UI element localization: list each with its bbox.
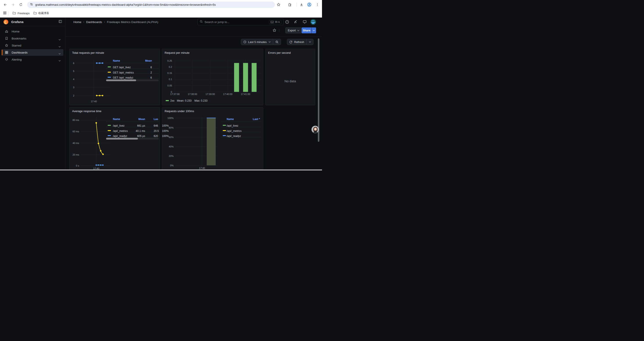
series-color-pill[interactable] bbox=[223, 125, 226, 126]
floating-assistant-avatar[interactable] bbox=[312, 126, 319, 133]
series-color-pill[interactable] bbox=[108, 77, 111, 78]
bookmark-folder[interactable]: 收藏博客 bbox=[32, 11, 51, 16]
chevron-down-icon[interactable] bbox=[58, 59, 61, 60]
sidebar-item-dashboards[interactable]: Dashboards bbox=[2, 49, 63, 56]
svg-text:4: 4 bbox=[73, 78, 74, 81]
export-button[interactable]: Export bbox=[286, 28, 302, 33]
bookmark-star-icon[interactable] bbox=[276, 2, 281, 7]
browser-menu-icon[interactable] bbox=[315, 2, 320, 7]
series-last-value: 100% bbox=[162, 135, 169, 138]
legend-scrollbar-thumb[interactable] bbox=[106, 80, 136, 81]
panel-avg-response-time: Average response time80 ms60 ms40 ms20 m… bbox=[69, 107, 160, 171]
zoom-out-button[interactable] bbox=[273, 39, 281, 45]
site-settings-icon[interactable] bbox=[30, 3, 33, 7]
legend-column-name: Name bbox=[113, 59, 120, 62]
svg-text:Max: 0.233: Max: 0.233 bbox=[194, 99, 208, 102]
keyboard-icon bbox=[270, 21, 274, 23]
refresh-interval-button[interactable] bbox=[307, 39, 313, 45]
favorite-star-icon[interactable] bbox=[272, 28, 276, 32]
browser-toolbar: grafana.mathmast.com/d/deytv4rwavabkb/fr… bbox=[0, 0, 322, 9]
breadcrumb-separator: › bbox=[104, 21, 105, 24]
chevron-down-icon[interactable] bbox=[58, 52, 61, 53]
url-text: grafana.mathmast.com/d/deytv4rwavabkb/fr… bbox=[35, 3, 216, 6]
chevron-down-icon[interactable] bbox=[58, 45, 61, 46]
bell-icon bbox=[5, 58, 8, 61]
svg-text:2xx: 2xx bbox=[170, 99, 174, 102]
sidebar-item-label: Alerting bbox=[12, 58, 22, 61]
series-last-value: 100% bbox=[162, 124, 169, 127]
sidebar: Grafana HomeBookmarksStarredDashboardsAl… bbox=[0, 18, 65, 171]
svg-text:17:37:00: 17:37:00 bbox=[170, 93, 180, 96]
breadcrumb-item[interactable]: Home bbox=[74, 21, 81, 24]
refresh-button[interactable]: Refresh bbox=[287, 39, 306, 45]
series-color-pill[interactable] bbox=[108, 135, 111, 136]
bookmark-folders: Freeleaps收藏博客 bbox=[11, 11, 51, 16]
downloads-icon[interactable] bbox=[299, 2, 304, 7]
sidebar-item-alerting[interactable]: Alerting bbox=[2, 56, 63, 63]
chevron-down-icon[interactable] bbox=[58, 38, 61, 39]
legend-column-last: Last * bbox=[234, 118, 260, 121]
extensions-icon[interactable] bbox=[287, 2, 292, 7]
legend-column-mean: Mean bbox=[119, 118, 145, 121]
series-color-pill[interactable] bbox=[223, 130, 226, 131]
svg-text:80 ms: 80 ms bbox=[72, 119, 79, 121]
breadcrumb-item[interactable]: Dashboards bbox=[86, 21, 102, 24]
legend-scrollbar-thumb[interactable] bbox=[106, 138, 138, 140]
svg-text:17:40: 17:40 bbox=[199, 167, 205, 169]
user-avatar[interactable] bbox=[310, 19, 316, 25]
series-color-pill[interactable] bbox=[108, 125, 111, 126]
svg-text:40 ms: 40 ms bbox=[72, 142, 79, 144]
forward-icon[interactable] bbox=[10, 2, 16, 8]
share-menu-button[interactable] bbox=[312, 28, 316, 33]
series-color-pill[interactable] bbox=[108, 67, 111, 67]
sidebar-item-label: Starred bbox=[12, 44, 21, 47]
apps-grid-icon[interactable] bbox=[3, 11, 6, 16]
chevron-down-icon bbox=[309, 41, 311, 43]
chevron-down-icon bbox=[268, 41, 271, 43]
chevron-down-icon bbox=[297, 30, 300, 31]
bookmark-folder[interactable]: Freeleaps bbox=[11, 11, 32, 16]
time-range-picker: Last 5 minutes bbox=[241, 39, 281, 45]
svg-text:60%: 60% bbox=[169, 136, 174, 138]
grafana-logo-icon[interactable] bbox=[4, 20, 8, 24]
breadcrumb-item: Freeleaps Metrics Dashboard (ALPHA) bbox=[107, 21, 158, 24]
series-color-pill[interactable] bbox=[108, 130, 111, 131]
sidebar-item-label: Bookmarks bbox=[12, 37, 26, 40]
news-rss-icon[interactable] bbox=[294, 20, 298, 24]
refresh-icon bbox=[289, 40, 292, 44]
breadcrumb: Home›Dashboards›Freeleaps Metrics Dashbo… bbox=[74, 21, 158, 24]
help-icon[interactable]: ? bbox=[285, 20, 289, 24]
time-range-button[interactable]: Last 5 minutes bbox=[241, 39, 273, 45]
svg-text:0%: 0% bbox=[170, 164, 174, 167]
profile-icon[interactable] bbox=[307, 2, 312, 7]
svg-text:40%: 40% bbox=[169, 145, 174, 148]
dock-menu-icon[interactable] bbox=[58, 20, 62, 24]
svg-text:3: 3 bbox=[73, 86, 74, 89]
svg-text:0.1: 0.1 bbox=[169, 78, 172, 81]
sidebar-item-bookmarks[interactable]: Bookmarks bbox=[2, 35, 63, 42]
svg-text:17:41:00: 17:41:00 bbox=[241, 93, 250, 96]
clock-icon bbox=[243, 40, 246, 44]
sidebar-item-home[interactable]: Home bbox=[2, 28, 63, 35]
page-header: Home›Dashboards›Freeleaps Metrics Dashbo… bbox=[65, 18, 322, 26]
folder-icon bbox=[12, 12, 16, 15]
share-button[interactable]: Share bbox=[302, 28, 312, 33]
page-scrollbar[interactable] bbox=[318, 38, 319, 142]
panel-title[interactable]: Errors per second bbox=[268, 51, 291, 55]
no-data-label: No data bbox=[266, 79, 315, 83]
back-icon[interactable] bbox=[2, 2, 8, 8]
series-color-pill[interactable] bbox=[108, 72, 111, 73]
reload-icon[interactable] bbox=[18, 2, 24, 8]
kiosk-monitor-icon[interactable] bbox=[303, 20, 307, 24]
legend-column-mean: Mean bbox=[126, 59, 152, 62]
svg-text:6: 6 bbox=[73, 62, 74, 65]
toolbar-divider bbox=[279, 29, 279, 32]
address-bar[interactable]: grafana.mathmast.com/d/deytv4rwavabkb/fr… bbox=[27, 2, 275, 8]
svg-text:20 ms: 20 ms bbox=[72, 153, 79, 156]
search-shortcut-badge: ⌘+k bbox=[269, 20, 282, 24]
toolbar-divider bbox=[296, 3, 296, 7]
search-input[interactable]: Search or jump to... ⌘+k bbox=[198, 19, 284, 25]
series-color-pill[interactable] bbox=[223, 135, 226, 136]
svg-text:20%: 20% bbox=[169, 155, 174, 157]
sidebar-item-starred[interactable]: Starred bbox=[2, 42, 63, 49]
